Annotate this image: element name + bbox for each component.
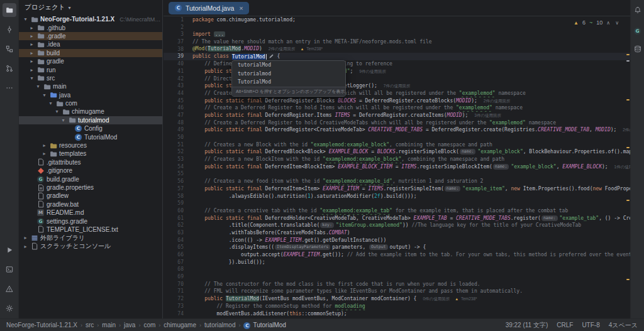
more-button[interactable] [3, 81, 16, 95]
line-number[interactable]: 58 [164, 193, 186, 200]
code-line[interactable]: 63 .withTabsBefore(CreativeModeTabs.COMB… [164, 229, 630, 237]
code-line[interactable]: 69 [164, 273, 630, 281]
code-line[interactable]: 59 [164, 200, 630, 207]
tree-row[interactable]: .gitattributes [19, 158, 162, 166]
notifications-button[interactable] [631, 3, 644, 17]
tree-row[interactable]: ▾main [19, 82, 162, 90]
line-number[interactable]: 39 [164, 53, 186, 60]
tree-row[interactable]: CConfig [19, 124, 162, 133]
line-number[interactable]: 60 [164, 207, 186, 215]
tree-row[interactable]: gradlew [19, 192, 162, 200]
tree-row[interactable]: TEMPLATE_LICENSE.txt [19, 225, 162, 234]
code-line[interactable]: 38@Mod(TutorialMod.MODID)2件の使用箇所▲ Tem238… [164, 46, 630, 53]
close-tab-icon[interactable]: × [239, 4, 243, 12]
code-line[interactable]: 67 }).build()); [164, 259, 630, 266]
code-line[interactable]: 54 public static final DeferredItem<Bloc… [164, 163, 630, 171]
line-number[interactable]: 66 [164, 251, 186, 259]
chevron-down-icon[interactable]: ▾ [54, 109, 60, 114]
code-line[interactable]: 58 .alwaysEdible().nutrition(1).saturati… [164, 193, 630, 200]
rename-suggestion-item[interactable]: TutorialMod [232, 78, 345, 87]
line-number[interactable]: 45 [164, 97, 186, 105]
tree-row[interactable]: Gbuild.gradle [19, 175, 162, 183]
tree-row[interactable]: MREADME.md [19, 209, 162, 217]
code-line[interactable]: 1package com.chimugame.tutorialmod; [164, 16, 630, 24]
chevron-down-icon[interactable]: ▾ [23, 16, 28, 22]
code-line[interactable]: 57 public static final DeferredItem<Item… [164, 185, 630, 193]
rename-suggestion-item[interactable]: tutorialMod [232, 61, 345, 70]
line-number[interactable]: 41 [164, 68, 186, 75]
code-line[interactable]: 48 // Create a Deferred Register to hold… [164, 119, 630, 127]
code-line[interactable]: 3import ... [164, 31, 630, 38]
line-separator-indicator[interactable]: CRLF [557, 322, 573, 328]
code-line[interactable]: 70 // The constructor for the mod class … [164, 281, 630, 288]
line-number[interactable]: 42 [164, 75, 186, 83]
stripe-mark[interactable] [626, 54, 630, 55]
line-number[interactable]: 44 [164, 90, 186, 97]
line-number[interactable]: 54 [164, 163, 186, 171]
file-encoding-indicator[interactable]: UTF-8 [582, 322, 599, 328]
pull-requests-button[interactable] [3, 62, 16, 75]
line-number[interactable]: 65 [164, 244, 186, 251]
stripe-mark[interactable] [626, 279, 630, 280]
chevron-right-icon[interactable]: ▸ [29, 50, 35, 56]
line-number[interactable]: 64 [164, 237, 186, 244]
code-line[interactable]: 55 [164, 170, 630, 178]
code-line[interactable]: 45 public static final DeferredRegister.… [164, 97, 630, 105]
tree-row[interactable]: ▾src [19, 74, 162, 82]
code-line[interactable]: 65 .displayItems((ItemDisplayParametersp… [164, 244, 630, 251]
chevron-right-icon[interactable]: ▸ [23, 235, 28, 241]
inlay-hint-chip[interactable]: name: [460, 149, 476, 155]
next-problem-icon[interactable]: ∨ [615, 20, 620, 26]
inlay-hint-chip[interactable]: name: [493, 164, 509, 170]
stripe-mark[interactable] [626, 60, 630, 62]
line-number[interactable]: 51 [164, 141, 186, 149]
database-button[interactable] [631, 42, 644, 56]
line-number[interactable]: 40 [164, 60, 186, 68]
error-stripe[interactable] [626, 16, 630, 318]
code-line[interactable]: 71 // FML will recognize some parameter … [164, 288, 630, 295]
line-number[interactable]: 57 [164, 185, 186, 193]
line-number[interactable]: 74 [164, 310, 186, 318]
prev-problem-icon[interactable]: ∧ [606, 20, 611, 26]
code-line[interactable]: 66 output.accept(EXAMPLE_ITEM.get()); //… [164, 251, 630, 259]
rename-suggestion-item[interactable]: tutorialmod [232, 70, 345, 79]
chevron-right-icon[interactable]: ▸ [29, 25, 35, 31]
tree-row[interactable]: gradle.properties [19, 183, 162, 192]
line-number[interactable]: 56 [164, 178, 186, 185]
code-line[interactable]: 61 public static final DeferredHolder<Cr… [164, 215, 630, 222]
editor-tab[interactable]: C TutorialMod.java × [169, 2, 249, 14]
terminal-button[interactable] [3, 263, 16, 276]
line-number[interactable]: 2 [164, 24, 186, 31]
line-number[interactable]: 49 [164, 126, 186, 134]
tree-row[interactable]: CTutorialMod [19, 133, 162, 141]
chevron-right-icon[interactable]: ▸ [29, 41, 35, 47]
tree-row[interactable]: ▾chimugame [19, 107, 162, 116]
tree-row[interactable]: gradlew.bat [19, 200, 162, 209]
code-line[interactable]: 74 modEventBus.addListener(this::commonS… [164, 310, 630, 318]
code-line[interactable]: 53 // Creates a new BlockItem with the i… [164, 156, 630, 163]
line-number[interactable]: 73 [164, 303, 186, 310]
code-line[interactable]: 39public class TutorialMod { [164, 53, 630, 60]
code-line[interactable]: 2 [164, 24, 630, 31]
chevron-right-icon[interactable]: ▸ [23, 244, 28, 249]
breadcrumb-item[interactable]: com [143, 322, 155, 328]
inlay-hint-chip[interactable]: Output [369, 244, 387, 250]
line-number[interactable]: 69 [164, 273, 186, 281]
inlay-hint-chip[interactable]: name: [541, 215, 558, 221]
code-line[interactable]: 50 [164, 134, 630, 141]
tree-row[interactable]: Gsettings.gradle [19, 217, 162, 225]
breadcrumb-item[interactable]: src [86, 322, 94, 328]
settings-button[interactable] [3, 301, 16, 315]
tree-row[interactable]: ▸gradle [19, 57, 162, 65]
inlay-hint-chip[interactable]: name: [445, 186, 461, 192]
chevron-down-icon[interactable]: ▾ [42, 92, 47, 98]
line-number[interactable]: 38 [164, 46, 186, 53]
line-number[interactable]: 62 [164, 222, 186, 229]
code-line[interactable]: 73 // Register the commonSetup method fo… [164, 303, 630, 310]
line-number[interactable]: 70 [164, 281, 186, 288]
code-line[interactable]: 62 .title(Component.translatable(key:"it… [164, 222, 630, 229]
line-number[interactable]: 48 [164, 119, 186, 127]
tree-row[interactable]: ▾tutorialmod [19, 116, 162, 124]
chevron-down-icon[interactable]: ▾ [35, 84, 41, 89]
code-line[interactable]: 60 // Creates a creative tab with the id… [164, 207, 630, 215]
